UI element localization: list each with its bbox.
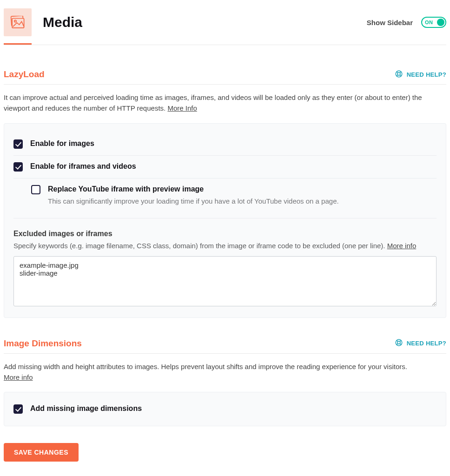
media-icon: [4, 8, 32, 36]
dimensions-desc: Add missing width and height attributes …: [4, 361, 446, 383]
checkbox-enable-images[interactable]: [13, 139, 23, 149]
save-changes-button[interactable]: SAVE CHANGES: [4, 443, 79, 462]
option-add-dimensions: Add missing image dimensions: [13, 402, 437, 416]
excluded-label: Excluded images or iframes: [13, 230, 437, 238]
section-title-lazyload: LazyLoad: [4, 69, 45, 79]
page-title: Media: [43, 14, 82, 30]
excluded-textarea[interactable]: [13, 256, 437, 306]
toggle-on-text: ON: [425, 20, 433, 25]
more-info-link-dimensions[interactable]: More info: [4, 373, 33, 381]
option-youtube-preview: Replace YouTube iframe with preview imag…: [13, 178, 437, 212]
show-sidebar-label: Show Sidebar: [367, 19, 413, 26]
help-link-lazyload[interactable]: NEED HELP?: [395, 70, 446, 79]
help-label: NEED HELP?: [407, 71, 446, 78]
section-header: Image Dimensions NEED HELP?: [4, 338, 446, 354]
dimensions-panel: Add missing image dimensions: [4, 392, 446, 426]
section-lazyload: LazyLoad NEED HELP? It can improve actua…: [4, 69, 446, 318]
checkbox-youtube-preview[interactable]: [31, 185, 40, 194]
svg-point-10: [397, 341, 400, 344]
lifebuoy-icon: [395, 70, 403, 79]
label-enable-iframes: Enable for iframes and videos: [30, 162, 437, 171]
svg-point-4: [397, 73, 400, 75]
more-info-link-excluded[interactable]: More info: [387, 242, 417, 250]
checkbox-add-dimensions[interactable]: [13, 404, 23, 414]
checkbox-enable-iframes[interactable]: [13, 162, 23, 172]
help-youtube-preview: This can significantly improve your load…: [48, 197, 437, 205]
excluded-desc: Specify keywords (e.g. image filename, C…: [13, 242, 437, 250]
lifebuoy-icon: [395, 338, 403, 348]
label-enable-images: Enable for images: [30, 139, 437, 148]
help-link-dimensions[interactable]: NEED HELP?: [395, 338, 446, 348]
excluded-field: Excluded images or iframes Specify keywo…: [13, 230, 437, 308]
sidebar-toggle-group: Show Sidebar ON: [367, 17, 446, 28]
toggle-knob: [437, 19, 444, 26]
more-info-link[interactable]: More Info: [167, 104, 197, 112]
lazyload-panel: Enable for images Enable for iframes and…: [4, 123, 446, 318]
lazyload-desc: It can improve actual and perceived load…: [4, 92, 446, 114]
page-header: Media Show Sidebar ON: [4, 5, 446, 45]
label-add-dimensions: Add missing image dimensions: [30, 404, 437, 413]
help-label: NEED HELP?: [407, 340, 446, 347]
divider: [13, 218, 437, 218]
option-enable-images: Enable for images: [13, 133, 437, 155]
section-header: LazyLoad NEED HELP?: [4, 69, 446, 85]
label-youtube-preview: Replace YouTube iframe with preview imag…: [48, 185, 437, 193]
section-image-dimensions: Image Dimensions NEED HELP? Add missing …: [4, 338, 446, 427]
section-title-dimensions: Image Dimensions: [4, 338, 82, 349]
show-sidebar-toggle[interactable]: ON: [421, 17, 446, 28]
option-enable-iframes: Enable for iframes and videos: [13, 155, 437, 178]
